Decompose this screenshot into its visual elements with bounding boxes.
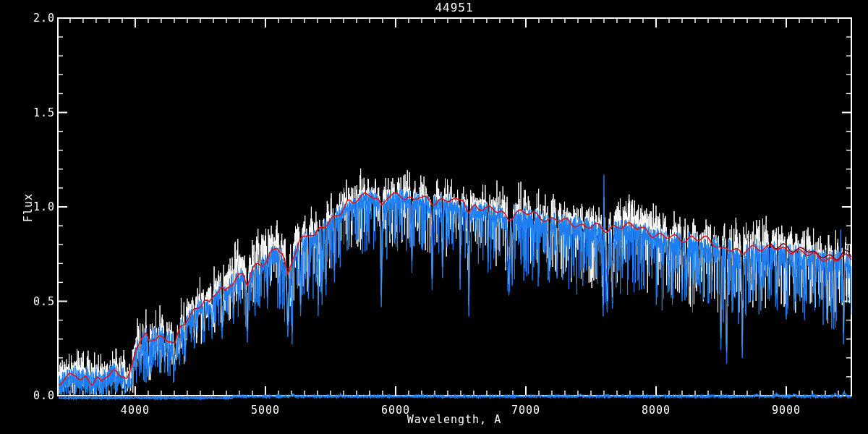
spectrum-canvas [0,0,868,434]
spectrum-plot: 44951 Wavelength, A Flux 400050006000700… [0,0,868,434]
x-tick-label-7000: 7000 [511,404,540,417]
y-tick-label-1.0: 1.0 [0,200,55,213]
x-tick-label-4000: 4000 [121,404,150,417]
x-axis-label: Wavelength, A [407,413,501,426]
y-tick-label-0.5: 0.5 [0,295,55,308]
y-tick-label-1.5: 1.5 [0,106,55,119]
x-tick-label-5000: 5000 [251,404,280,417]
x-tick-label-8000: 8000 [642,404,671,417]
x-tick-label-9000: 9000 [772,404,801,417]
plot-title: 44951 [435,1,473,14]
y-tick-label-2.0: 2.0 [0,12,55,25]
x-tick-label-6000: 6000 [381,404,410,417]
y-tick-label-0.0: 0.0 [0,389,55,402]
